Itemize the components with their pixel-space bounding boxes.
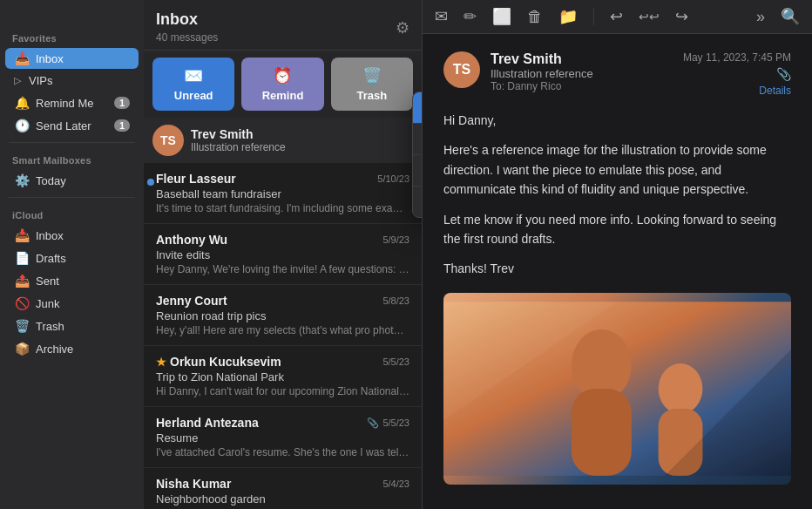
favorites-label: Favorites	[0, 26, 144, 47]
smart-label: Smart Mailboxes	[0, 148, 144, 169]
search-icon[interactable]: 🔍	[781, 7, 800, 26]
trev-subject: Illustration reference	[191, 141, 413, 153]
forward-icon[interactable]: ↪	[675, 7, 688, 26]
sidebar-sendlater-label: Send Later	[36, 119, 91, 132]
msg-header: Jenny Court 5/8/23	[156, 294, 409, 308]
sidebar-item-archive[interactable]: 📦 Archive	[5, 338, 139, 359]
msg-header: Nisha Kumar 5/4/23	[156, 477, 409, 491]
sidebar-trash-label: Trash	[36, 320, 64, 333]
email-sender-name: Trev Smith	[491, 51, 673, 67]
sidebar-item-trash[interactable]: 🗑️ Trash	[5, 316, 139, 336]
trash-action-icon[interactable]: 🗑	[527, 8, 543, 26]
edit-icon[interactable]: ✏	[464, 7, 477, 26]
remind-popup: Remind Me in 1 Hour Remind Me Tonight Re…	[412, 92, 423, 218]
msg-header: ★Orkun Kucuksevim 5/5/23	[156, 355, 409, 369]
list-item[interactable]: Fleur Lasseur 5/10/23 Baseball team fund…	[144, 163, 422, 224]
sidebar-item-vips[interactable]: ▷ VIPs	[5, 71, 139, 91]
folder-icon[interactable]: 📁	[558, 7, 578, 26]
email-reference-image	[443, 293, 791, 485]
trash-button[interactable]: 🗑️ Trash	[331, 58, 413, 111]
sender-name: Jenny Court	[156, 294, 227, 308]
sidebar-item-inbox[interactable]: 📥 Inbox	[5, 48, 139, 69]
reply-all-icon[interactable]: ↩↩	[639, 10, 660, 24]
icloud-inbox-icon: 📥	[14, 228, 30, 242]
msg-subject: Baseball team fundraiser	[156, 187, 409, 200]
row-icons: 5/10/23	[377, 173, 409, 184]
remind-button[interactable]: ⏰ Remind	[241, 58, 323, 111]
msg-date: 5/5/23	[382, 417, 409, 428]
row-icons: 📎 5/5/23	[367, 417, 409, 429]
msg-subject: Resume	[156, 431, 409, 445]
svg-rect-2	[572, 389, 632, 476]
email-attachment-icon: 📎	[776, 67, 791, 81]
svg-point-3	[659, 363, 703, 414]
body-line-2: Here's a reference image for the illustr…	[443, 140, 791, 199]
sidebar-sent-label: Sent	[36, 275, 59, 288]
details-link[interactable]: Details	[759, 85, 791, 97]
swipe-preview-row: TS Trev Smith Illustration reference	[144, 118, 422, 163]
send-later-badge: 1	[114, 119, 130, 132]
sidebar-item-junk[interactable]: 🚫 Junk	[5, 293, 139, 314]
compose-icon[interactable]: ✉	[435, 7, 448, 26]
msg-date: 5/8/23	[382, 295, 409, 306]
drafts-icon: 📄	[14, 251, 30, 265]
remind-badge: 1	[114, 97, 130, 109]
msg-preview: It's time to start fundraising. I'm incl…	[156, 202, 409, 214]
remind-later[interactable]: Remind Me Later…	[413, 187, 423, 217]
list-item[interactable]: ★Orkun Kucuksevim 5/5/23 Trip to Zion Na…	[144, 346, 422, 407]
send-later-icon: 🕐	[14, 119, 30, 132]
list-item[interactable]: Anthony Wu 5/9/23 Invite edits Hey Danny…	[144, 224, 422, 285]
message-list: Inbox 40 messages ⚙ ✉️ Unread ⏰ Remind 🗑…	[144, 0, 423, 509]
sidebar-item-icloud-inbox[interactable]: 📥 Inbox	[5, 225, 139, 246]
email-meta: Trev Smith Illustration reference To: Da…	[491, 51, 673, 92]
more-icon[interactable]: »	[756, 8, 765, 26]
sidebar-inbox-label: Inbox	[36, 52, 64, 65]
body-line-4: Thanks! Trev	[443, 259, 791, 278]
main-area: Inbox 40 messages ⚙ ✉️ Unread ⏰ Remind 🗑…	[144, 0, 812, 509]
email-viewer: ✉ ✏ ⬜ 🗑 📁 ↩ ↩↩ ↪ » 🔍 TS Trev Smith Illus…	[423, 0, 812, 509]
body-line-3: Let me know if you need more info. Looki…	[443, 210, 791, 249]
email-right: May 11, 2023, 7:45 PM 📎 Details	[683, 51, 791, 97]
list-item[interactable]: Nisha Kumar 5/4/23 Neighborhood garden W…	[144, 468, 422, 509]
sidebar-item-drafts[interactable]: 📄 Drafts	[5, 248, 139, 268]
list-item[interactable]: Jenny Court 5/8/23 Reunion road trip pic…	[144, 285, 422, 346]
unread-dot	[147, 179, 154, 186]
msg-header: Herland Antezana 📎 5/5/23	[156, 416, 409, 430]
today-icon: ⚙️	[14, 173, 30, 187]
unread-button[interactable]: ✉️ Unread	[152, 58, 234, 111]
sidebar-remind-label: Remind Me	[36, 97, 93, 110]
filter-icon[interactable]: ⚙	[396, 18, 409, 37]
sidebar-item-sent[interactable]: 📤 Sent	[5, 270, 139, 291]
trash-btn-icon: 🗑️	[362, 66, 382, 85]
sidebar-drafts-label: Drafts	[36, 252, 66, 265]
message-list-header: Inbox 40 messages ⚙	[144, 0, 422, 51]
archive-action-icon[interactable]: ⬜	[492, 7, 511, 26]
unread-btn-label: Unread	[174, 89, 213, 102]
remind-in-hour[interactable]: Remind Me in 1 Hour	[413, 92, 423, 124]
email-body: Hi Danny, Here's a reference image for t…	[443, 111, 791, 279]
sidebar-archive-label: Archive	[36, 343, 73, 356]
remind-tomorrow[interactable]: Remind Me Tomorrow	[413, 155, 423, 187]
msg-preview: Hi Danny, I can't wait for our upcoming …	[156, 385, 409, 397]
sidebar-item-send-later[interactable]: 🕐 Send Later 1	[5, 115, 139, 136]
divider-smart	[9, 142, 135, 143]
reference-image-svg	[443, 293, 791, 485]
email-date: May 11, 2023, 7:45 PM	[683, 51, 791, 64]
remind-tonight[interactable]: Remind Me Tonight	[413, 124, 423, 155]
email-header: TS Trev Smith Illustration reference To:…	[443, 51, 791, 97]
inbox-title: Inbox	[156, 10, 218, 29]
sidebar-item-today[interactable]: ⚙️ Today	[5, 170, 139, 191]
star-flag: ★	[156, 356, 166, 369]
email-content: TS Trev Smith Illustration reference To:…	[423, 34, 812, 509]
trev-preview-content: Trev Smith Illustration reference	[191, 127, 413, 153]
list-item[interactable]: Herland Antezana 📎 5/5/23 Resume I've at…	[144, 407, 422, 468]
msg-subject: Invite edits	[156, 248, 409, 261]
reply-icon[interactable]: ↩	[610, 7, 623, 26]
action-buttons-bar: ✉️ Unread ⏰ Remind 🗑️ Trash	[144, 51, 422, 118]
inbox-subtitle: 40 messages	[156, 31, 218, 44]
unread-btn-icon: ✉️	[184, 66, 203, 85]
msg-date: 5/10/23	[377, 173, 409, 184]
sidebar-item-remind-me[interactable]: 🔔 Remind Me 1	[5, 92, 139, 113]
sidebar-today-label: Today	[36, 174, 66, 187]
junk-icon: 🚫	[14, 296, 30, 310]
